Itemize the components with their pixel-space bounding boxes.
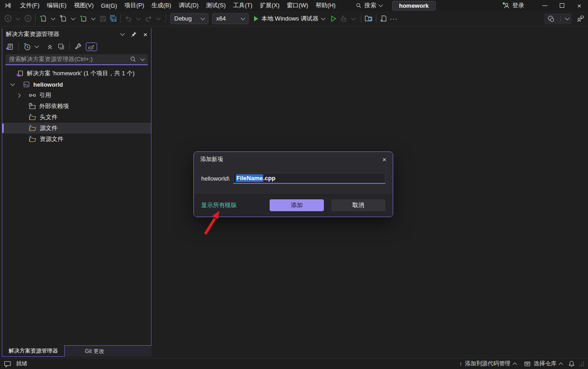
menu-window[interactable]: 窗口(W) — [283, 0, 312, 10]
search-icon — [356, 3, 362, 9]
cancel-button[interactable]: 取消 — [331, 199, 385, 211]
close-button[interactable]: × — [571, 0, 588, 11]
dialog-header: 添加新项 × — [194, 152, 393, 166]
add-item-button[interactable] — [78, 13, 88, 24]
search-options-chevron[interactable] — [140, 57, 145, 61]
menu-edit[interactable]: 编辑(E) — [43, 0, 70, 10]
open-file-button[interactable] — [58, 13, 68, 24]
add-to-source-control-button[interactable]: ↑ 添加到源代码管理 — [458, 360, 518, 368]
sign-in-label: 登录 — [512, 1, 524, 10]
toolbar-overflow-button[interactable]: ··· — [389, 13, 399, 24]
save-button[interactable] — [98, 13, 108, 24]
expander-expand-icon[interactable] — [16, 93, 21, 98]
resize-grip[interactable] — [579, 361, 584, 367]
tree-label: 引用 — [39, 91, 51, 99]
copilot-icon — [547, 15, 555, 22]
filename-input[interactable]: FileName .cpp — [233, 173, 385, 184]
redo-button[interactable] — [143, 13, 153, 24]
feedback-button[interactable] — [575, 13, 585, 24]
collapse-all-icon[interactable] — [47, 43, 53, 50]
solution-tree: 解决方案 'homework' (1 个项目，共 1 个) helloworld… — [2, 68, 151, 145]
add-button[interactable]: 添加 — [270, 199, 324, 211]
new-file-button[interactable] — [38, 13, 48, 24]
open-file-dropdown[interactable] — [68, 13, 78, 24]
menu-project[interactable]: 项目(P) — [121, 0, 148, 10]
panel-close-button[interactable]: × — [143, 31, 147, 38]
tree-row-project-helloworld[interactable]: helloworld — [2, 79, 151, 90]
pin-icon[interactable] — [130, 31, 137, 37]
redo-dropdown[interactable] — [153, 13, 163, 24]
solution-configuration-select[interactable]: Debug — [170, 13, 208, 24]
switch-views-icon[interactable] — [6, 43, 14, 51]
dialog-close-button[interactable]: × — [382, 156, 386, 163]
preview-selected-items-toggle[interactable] — [86, 42, 97, 51]
status-ready: 就绪 — [16, 360, 27, 368]
hot-reload-button[interactable] — [338, 13, 349, 24]
menu-file[interactable]: 文件(F) — [16, 0, 43, 10]
filter-folder-icon — [29, 135, 36, 143]
title-bar-right: 登录 × — [502, 0, 588, 11]
solution-platform-select[interactable]: x64 — [212, 13, 249, 24]
main-toolbar: Debug x64 本地 Windows 调试器 ··· — [0, 11, 588, 26]
tab-git-changes[interactable]: Git 更改 — [78, 346, 111, 357]
sign-in-button[interactable]: 登录 — [502, 1, 524, 10]
show-all-files-icon[interactable] — [57, 43, 65, 50]
copilot-dropdown[interactable] — [565, 16, 570, 20]
solution-explorer-search-input[interactable]: 搜索解决方案资源管理器(Ctrl+;) — [5, 54, 148, 65]
title-search-label: 搜索 — [364, 1, 376, 10]
undo-dropdown[interactable] — [133, 13, 143, 24]
title-search-box[interactable]: 搜索 — [356, 1, 382, 10]
new-file-dropdown[interactable] — [48, 13, 58, 24]
navigate-forward-button[interactable] — [23, 13, 33, 24]
navigate-back-dropdown[interactable] — [13, 13, 23, 24]
solution-explorer-toolbar-button[interactable] — [379, 13, 389, 24]
copilot-button[interactable] — [544, 13, 572, 24]
tree-row-header-files[interactable]: 头文件 — [2, 112, 151, 123]
undo-button[interactable] — [123, 13, 133, 24]
navigate-back-button[interactable] — [3, 13, 13, 24]
maximize-button[interactable] — [553, 0, 571, 11]
tree-row-references[interactable]: 引用 — [2, 90, 151, 101]
menu-help[interactable]: 帮助(H) — [312, 0, 339, 10]
tree-row-source-files-selected[interactable]: 源文件 — [2, 123, 151, 134]
notifications-bell-button[interactable] — [568, 360, 575, 368]
menu-debug[interactable]: 调试(D) — [175, 0, 202, 10]
status-bar: 就绪 ↑ 添加到源代码管理 选择仓库 — [0, 358, 588, 369]
chevron-up-icon — [513, 363, 517, 367]
panel-options-chevron[interactable] — [120, 31, 125, 36]
start-without-debugging-button[interactable] — [328, 13, 338, 24]
pending-changes-filter-icon[interactable] — [23, 43, 31, 51]
platform-value: x64 — [216, 15, 226, 22]
tree-row-external-dependencies[interactable]: 外部依赖项 — [2, 101, 151, 112]
menu-test[interactable]: 测试(S) — [202, 0, 229, 10]
menu-extensions[interactable]: 扩展(X) — [256, 0, 283, 10]
menu-git[interactable]: Git(G) — [97, 1, 120, 10]
expander-collapse-icon[interactable] — [10, 82, 15, 86]
current-solution-badge[interactable]: homework — [392, 1, 436, 10]
filter-folder-icon — [29, 114, 36, 121]
properties-wrench-icon[interactable] — [74, 43, 82, 50]
select-repository-button[interactable]: 选择仓库 — [522, 360, 564, 368]
search-placeholder: 搜索解决方案资源管理器(Ctrl+;) — [9, 55, 93, 63]
menu-build[interactable]: 生成(B) — [148, 0, 175, 10]
message-bubble-icon[interactable] — [4, 360, 11, 368]
menu-tools[interactable]: 工具(T) — [229, 0, 256, 10]
search-icon[interactable] — [130, 56, 136, 62]
save-all-button[interactable] — [108, 13, 118, 24]
tree-row-resource-files[interactable]: 资源文件 — [2, 134, 151, 145]
solution-icon — [16, 70, 24, 77]
find-in-files-button[interactable] — [364, 13, 374, 24]
chevron-up-icon — [559, 363, 563, 367]
hot-reload-dropdown[interactable] — [349, 13, 359, 24]
path-prefix-label: helloworld\ — [201, 175, 229, 182]
tree-row-solution[interactable]: 解决方案 'homework' (1 个项目，共 1 个) — [2, 68, 151, 79]
tab-solution-explorer[interactable]: 解决方案资源管理器 — [2, 345, 65, 357]
select-repository-label: 选择仓库 — [534, 360, 557, 368]
minimize-button[interactable] — [536, 0, 553, 11]
menu-view[interactable]: 视图(V) — [70, 0, 97, 10]
up-arrow-icon: ↑ — [459, 361, 462, 367]
filter-dropdown-chevron[interactable] — [35, 44, 39, 48]
external-dependencies-icon — [29, 103, 36, 110]
add-item-dropdown[interactable] — [88, 13, 98, 24]
start-debugging-button[interactable]: 本地 Windows 调试器 — [250, 13, 328, 24]
